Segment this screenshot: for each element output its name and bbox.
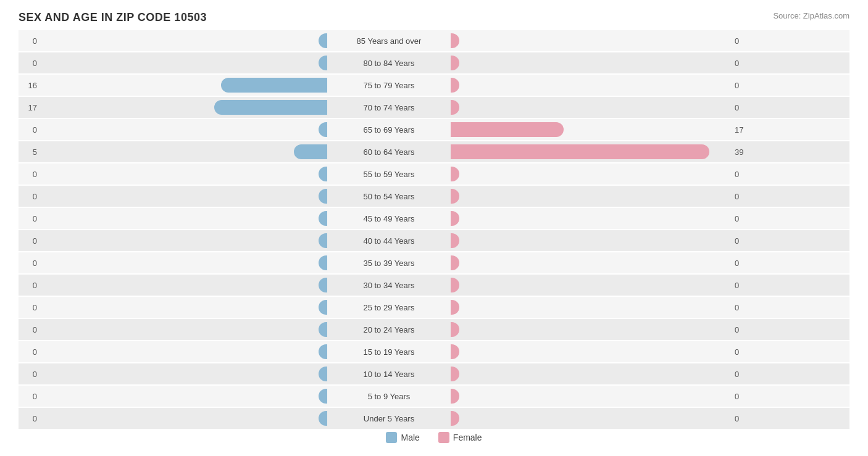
right-bar-container bbox=[451, 389, 732, 404]
male-bar bbox=[319, 344, 327, 359]
bar-row: 030 to 34 Years0 bbox=[19, 275, 849, 296]
female-value: 0 bbox=[735, 303, 759, 312]
male-bar bbox=[214, 100, 327, 115]
male-bar bbox=[294, 144, 327, 159]
female-bar bbox=[451, 144, 709, 159]
legend-female: Female bbox=[438, 432, 482, 443]
legend: Male Female bbox=[19, 432, 849, 443]
left-section: 0 bbox=[19, 408, 327, 429]
right-section: 0 bbox=[451, 52, 759, 73]
age-group-label: Under 5 Years bbox=[327, 414, 451, 423]
male-value: 0 bbox=[19, 281, 37, 290]
age-group-label: 75 to 79 Years bbox=[327, 81, 451, 90]
right-bar-container bbox=[451, 122, 732, 137]
left-section: 0 bbox=[19, 297, 327, 318]
male-bar bbox=[319, 322, 327, 337]
male-bar bbox=[319, 278, 327, 292]
bar-row: 010 to 14 Years0 bbox=[19, 363, 849, 384]
left-bar-container bbox=[40, 211, 327, 226]
left-bar-container bbox=[40, 189, 327, 204]
male-bar bbox=[319, 122, 327, 137]
female-value: 0 bbox=[735, 281, 759, 290]
left-bar-container bbox=[40, 255, 327, 270]
right-section: 0 bbox=[451, 341, 759, 362]
right-section: 0 bbox=[451, 408, 759, 429]
left-bar-container bbox=[40, 344, 327, 359]
left-section: 0 bbox=[19, 341, 327, 362]
male-bar bbox=[319, 33, 327, 48]
female-value: 0 bbox=[735, 414, 759, 423]
age-group-label: 10 to 14 Years bbox=[327, 370, 451, 379]
left-bar-container bbox=[40, 56, 327, 70]
left-section: 0 bbox=[19, 363, 327, 384]
bar-row: 080 to 84 Years0 bbox=[19, 52, 849, 73]
bar-row: 015 to 19 Years0 bbox=[19, 341, 849, 362]
female-value: 0 bbox=[735, 370, 759, 379]
bar-row: 040 to 44 Years0 bbox=[19, 230, 849, 251]
right-bar-container bbox=[451, 211, 732, 226]
right-bar-container bbox=[451, 233, 732, 248]
left-section: 0 bbox=[19, 186, 327, 207]
bar-row: 050 to 54 Years0 bbox=[19, 186, 849, 207]
male-bar bbox=[319, 411, 327, 426]
male-value: 5 bbox=[19, 147, 37, 157]
female-color-swatch bbox=[438, 432, 449, 443]
female-bar bbox=[451, 344, 459, 359]
female-value: 17 bbox=[735, 125, 759, 135]
age-group-label: 15 to 19 Years bbox=[327, 347, 451, 357]
bar-row: 560 to 64 Years39 bbox=[19, 141, 849, 162]
female-value: 0 bbox=[735, 81, 759, 90]
left-section: 16 bbox=[19, 75, 327, 96]
age-group-label: 25 to 29 Years bbox=[327, 303, 451, 312]
age-group-label: 80 to 84 Years bbox=[327, 59, 451, 68]
right-section: 39 bbox=[451, 141, 759, 162]
right-bar-container bbox=[451, 367, 732, 381]
male-value: 0 bbox=[19, 192, 37, 201]
legend-male-label: Male bbox=[401, 433, 419, 442]
right-bar-container bbox=[451, 278, 732, 292]
female-value: 0 bbox=[735, 170, 759, 179]
left-section: 0 bbox=[19, 208, 327, 229]
age-group-label: 45 to 49 Years bbox=[327, 214, 451, 223]
female-value: 0 bbox=[735, 214, 759, 223]
male-value: 0 bbox=[19, 325, 37, 334]
right-section: 0 bbox=[451, 186, 759, 207]
left-section: 0 bbox=[19, 319, 327, 340]
right-bar-container bbox=[451, 411, 732, 426]
right-bar-container bbox=[451, 300, 732, 315]
female-bar bbox=[451, 167, 459, 181]
male-bar bbox=[319, 211, 327, 226]
male-value: 0 bbox=[19, 370, 37, 379]
bar-row: 1770 to 74 Years0 bbox=[19, 97, 849, 118]
male-bar bbox=[319, 367, 327, 381]
left-bar-container bbox=[40, 78, 327, 93]
left-bar-container bbox=[40, 322, 327, 337]
female-bar bbox=[451, 100, 459, 115]
male-bar bbox=[319, 189, 327, 204]
male-bar bbox=[221, 78, 327, 93]
right-bar-container bbox=[451, 78, 732, 93]
right-bar-container bbox=[451, 167, 732, 181]
right-section: 0 bbox=[451, 75, 759, 96]
male-bar bbox=[319, 233, 327, 248]
male-value: 0 bbox=[19, 125, 37, 135]
left-bar-container bbox=[40, 367, 327, 381]
female-value: 0 bbox=[735, 347, 759, 357]
male-bar bbox=[319, 167, 327, 181]
right-bar-container bbox=[451, 344, 732, 359]
left-bar-container bbox=[40, 144, 327, 159]
left-bar-container bbox=[40, 167, 327, 181]
bar-row: 1675 to 79 Years0 bbox=[19, 75, 849, 96]
left-bar-container bbox=[40, 233, 327, 248]
left-bar-container bbox=[40, 33, 327, 48]
female-bar bbox=[451, 56, 459, 70]
age-group-label: 5 to 9 Years bbox=[327, 392, 451, 401]
age-group-label: 35 to 39 Years bbox=[327, 259, 451, 268]
right-section: 17 bbox=[451, 119, 759, 140]
male-value: 0 bbox=[19, 259, 37, 268]
age-group-label: 30 to 34 Years bbox=[327, 281, 451, 290]
bar-row: 055 to 59 Years0 bbox=[19, 164, 849, 184]
age-group-label: 20 to 24 Years bbox=[327, 325, 451, 334]
left-section: 5 bbox=[19, 141, 327, 162]
bar-row: 035 to 39 Years0 bbox=[19, 252, 849, 273]
